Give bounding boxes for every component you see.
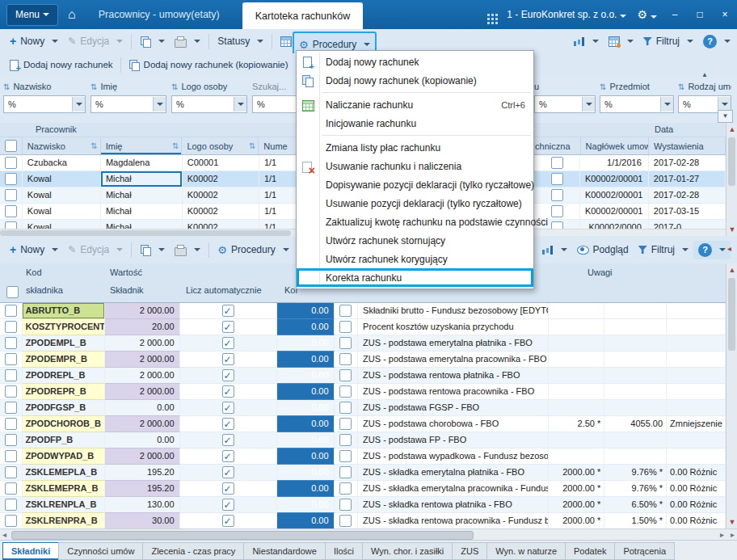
print-component-button[interactable] bbox=[170, 242, 205, 259]
cell-wartosc[interactable]: 2 000.00 bbox=[105, 303, 180, 319]
cell-nazwisko[interactable]: Kowal bbox=[23, 220, 101, 229]
cell-kod-skladnika[interactable]: KOSZTYPROCENT_B bbox=[23, 319, 105, 335]
col-header-uwagi[interactable]: Uwagi bbox=[587, 267, 613, 277]
cell-opis[interactable]: ZUS - podstawa wypadkowa - Fundusz bezos… bbox=[358, 448, 549, 465]
cell-procent[interactable] bbox=[604, 448, 667, 465]
cell-wartosc[interactable]: 2 000.00 bbox=[105, 368, 180, 384]
cell-uwagi[interactable] bbox=[667, 319, 726, 335]
cell-wartosc[interactable]: 2 000.00 bbox=[105, 448, 180, 465]
cell-uwagi[interactable] bbox=[667, 368, 726, 384]
edit-button[interactable]: ✎Edycja bbox=[63, 33, 128, 49]
menu-item[interactable]: Utwórz rachunek korygujący bbox=[297, 250, 533, 268]
cell-podstawa[interactable] bbox=[549, 335, 604, 352]
cell-podstawa[interactable] bbox=[549, 368, 604, 384]
flag-checkbox[interactable] bbox=[339, 434, 352, 446]
cell-naglowek[interactable]: K00002/0000 bbox=[580, 220, 649, 229]
licz-checkbox[interactable] bbox=[222, 482, 234, 495]
bottom-tab[interactable]: Potrącenia bbox=[614, 542, 675, 560]
cell-korekta[interactable]: 0.00 bbox=[277, 497, 335, 513]
cell-podstawa[interactable] bbox=[549, 303, 604, 319]
menu-item[interactable]: Usuwanie pozycji deklaracji (tylko rycza… bbox=[297, 194, 533, 213]
cell-opis[interactable]: Składniki brutto - Fundusz bezosobowy [E… bbox=[358, 303, 549, 319]
minimize-button[interactable]: – bbox=[668, 9, 682, 20]
panel-scroll-icon[interactable]: ▸ bbox=[731, 530, 735, 539]
component-help-button[interactable]: ? bbox=[693, 241, 731, 259]
licz-checkbox[interactable] bbox=[222, 402, 234, 414]
component-chart-button[interactable] bbox=[537, 242, 572, 257]
cell-wartosc[interactable]: 2 000.00 bbox=[105, 384, 180, 400]
cell-procent[interactable]: 1.50% * bbox=[604, 513, 667, 528]
collapse-filter-button[interactable]: ▲ bbox=[698, 71, 711, 79]
cell-kod-skladnika[interactable]: ZSKLRENPRA_B bbox=[23, 513, 105, 528]
cell-data-wystawienia[interactable]: 2017-02-28 bbox=[649, 155, 726, 171]
techniczna-checkbox[interactable] bbox=[551, 221, 563, 229]
contracts-grid-vscrollbar[interactable]: ▲ ▼ bbox=[726, 123, 737, 236]
cell-nazwisko[interactable]: Czubacka bbox=[23, 155, 101, 171]
cell-korekta[interactable]: 0.00 bbox=[277, 400, 335, 416]
cell-korekta[interactable]: 0.00 bbox=[277, 368, 335, 384]
cell-nazwisko[interactable]: Kowal bbox=[23, 204, 101, 219]
cell-opis[interactable]: Procent kosztów uzyskania przychodu bbox=[358, 319, 549, 335]
cell-logo[interactable]: K00002 bbox=[183, 220, 259, 229]
cell-procent[interactable]: 6.50% * bbox=[604, 497, 667, 513]
cell-wartosc[interactable]: 0.00 bbox=[105, 400, 180, 416]
cell-opis[interactable]: ZUS - podstawa emerytalna płatnika - FBO bbox=[358, 335, 549, 352]
table-row[interactable]: KOSZTYPROCENT_B 20.00 0.00 Procent koszt… bbox=[0, 319, 726, 335]
table-row[interactable]: ZPODWYPAD_B 2 000.00 0.00 ZUS - podstawa… bbox=[0, 448, 726, 465]
cell-logo[interactable]: C00001 bbox=[183, 155, 259, 171]
components-grid-vscrollbar[interactable]: ▲ ▼ bbox=[726, 263, 737, 528]
licz-checkbox[interactable] bbox=[222, 515, 234, 527]
cell-podstawa[interactable] bbox=[549, 400, 604, 416]
techniczna-checkbox[interactable] bbox=[551, 157, 563, 169]
row-checkbox[interactable] bbox=[5, 353, 17, 365]
combo-dropdown[interactable] bbox=[660, 97, 673, 112]
print-button[interactable] bbox=[170, 33, 205, 50]
filter-header[interactable]: ⇅Rodzaj umowy bbox=[678, 79, 731, 94]
cell-podstawa[interactable]: 2000.00 * bbox=[549, 481, 604, 497]
col-header-naglowek[interactable]: Nagłówek umowy bbox=[581, 137, 649, 154]
licz-checkbox[interactable] bbox=[222, 305, 234, 317]
table-row[interactable]: ZPODCHOROB_B 2 000.00 0.00 ZUS - podstaw… bbox=[0, 416, 726, 432]
cell-kod-skladnika[interactable]: ZSKLEMEPLA_B bbox=[23, 465, 105, 481]
combo-dropdown[interactable] bbox=[153, 97, 166, 112]
bottom-tab[interactable]: Niestandardowe bbox=[243, 542, 326, 560]
col-header-nazwisko[interactable]: Nazwisko⇅ bbox=[23, 137, 101, 154]
cell-opis[interactable]: ZUS - podstawa rentowa płatnika - FBO bbox=[358, 368, 549, 384]
cell-podstawa[interactable]: 2000.00 * bbox=[549, 465, 604, 481]
cell-korekta[interactable]: 0.00 bbox=[277, 432, 335, 448]
menu-item[interactable]: Dodaj nowy rachunek (kopiowanie) bbox=[297, 71, 533, 90]
flag-checkbox[interactable] bbox=[339, 418, 352, 430]
bottom-tab[interactable]: Czynności umów bbox=[58, 542, 143, 560]
licz-checkbox[interactable] bbox=[222, 337, 234, 349]
cell-procent[interactable]: 9.76% * bbox=[604, 481, 667, 497]
licz-checkbox[interactable] bbox=[222, 450, 234, 462]
flag-checkbox[interactable] bbox=[339, 499, 352, 511]
cell-naglowek[interactable]: K00002/00001 bbox=[580, 187, 649, 203]
table-row[interactable]: ZPODEMPR_B 2 000.00 0.00 ZUS - podstawa … bbox=[0, 352, 726, 368]
cell-uwagi[interactable] bbox=[667, 303, 726, 319]
cell-podstawa[interactable]: 2000.00 * bbox=[549, 513, 604, 528]
row-checkbox[interactable] bbox=[5, 450, 17, 462]
flag-checkbox[interactable] bbox=[339, 482, 352, 495]
cell-uwagi[interactable]: 0.00 Różnic bbox=[667, 513, 726, 528]
cell-korekta[interactable]: 0.00 bbox=[277, 352, 335, 368]
combo-dropdown[interactable] bbox=[72, 97, 85, 112]
licz-checkbox[interactable] bbox=[222, 321, 234, 333]
cell-kod-skladnika[interactable]: ZPODFP_B bbox=[23, 432, 105, 448]
bottom-tab[interactable]: Ilości bbox=[325, 542, 363, 560]
filter-input-nazwisko[interactable]: % bbox=[3, 95, 86, 113]
cell-korekta[interactable]: 0.00 bbox=[277, 319, 335, 335]
cell-wartosc[interactable]: 30.00 bbox=[105, 513, 180, 528]
col-header-wartosc[interactable]: Wartość bbox=[110, 267, 142, 277]
cell-kod-skladnika[interactable]: ABRUTTO_B bbox=[23, 303, 105, 319]
cell-opis[interactable]: ZUS - składka emerytalna płatnika - FBO bbox=[358, 465, 549, 481]
cell-kod-skladnika[interactable]: ZPODWYPAD_B bbox=[23, 448, 105, 465]
window-tab[interactable]: Pracownicy - umowy(etaty) bbox=[86, 0, 233, 29]
combo-dropdown[interactable] bbox=[582, 97, 595, 112]
cell-korekta[interactable]: 0.00 bbox=[277, 416, 335, 432]
menu-item[interactable]: Dodaj nowy rachunek bbox=[297, 53, 533, 71]
cell-kod-skladnika[interactable]: ZPODFGSP_B bbox=[23, 400, 105, 416]
cell-logo[interactable]: K00002 bbox=[183, 171, 259, 187]
cell-uwagi[interactable] bbox=[667, 400, 726, 416]
licz-checkbox[interactable] bbox=[222, 466, 234, 478]
